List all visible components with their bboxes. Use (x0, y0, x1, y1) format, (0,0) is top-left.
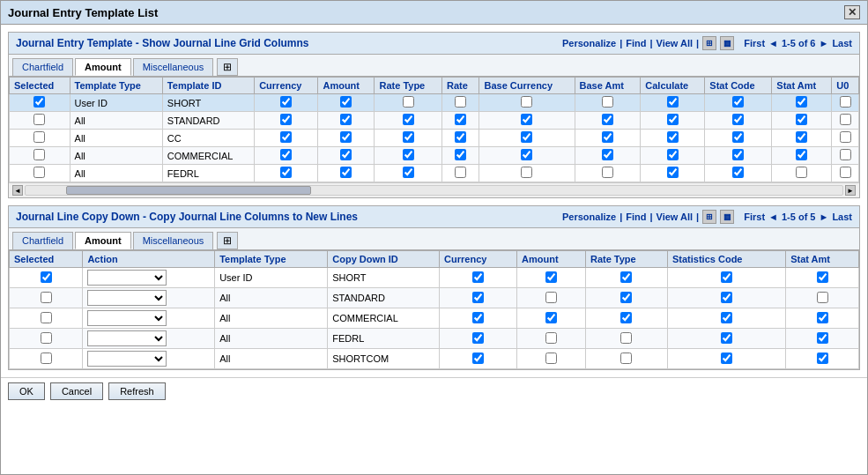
cell-base_currency[interactable] (479, 130, 575, 147)
cell-rate[interactable] (441, 147, 479, 165)
cell-base_amt[interactable] (575, 165, 641, 182)
cell-stat_code[interactable] (705, 130, 772, 147)
cell-currency[interactable] (440, 308, 517, 329)
cell-rate_type[interactable] (585, 288, 667, 308)
cell-stat_amt[interactable] (786, 288, 859, 308)
cell-action[interactable] (83, 329, 215, 349)
cell-calculate[interactable] (641, 165, 705, 182)
cell-amount[interactable] (517, 268, 586, 288)
cell-currency[interactable] (440, 349, 517, 369)
section2-nav-icon1[interactable]: ⊞ (702, 210, 716, 224)
section1-nav-icon1[interactable]: ⊞ (702, 36, 716, 50)
section2-tab-icon[interactable]: ⊞ (217, 232, 238, 249)
cell-selected[interactable] (10, 349, 83, 369)
section2-tab-amount[interactable]: Amount (75, 232, 131, 249)
cell-amount[interactable] (318, 94, 375, 112)
cell-base_currency[interactable] (479, 94, 575, 112)
cell-rate_type[interactable] (585, 268, 667, 288)
cell-rate_type[interactable] (375, 112, 442, 130)
cell-base_amt[interactable] (575, 112, 641, 130)
cell-rate[interactable] (441, 94, 479, 112)
cell-statistics_code[interactable] (668, 329, 786, 349)
cell-amount[interactable] (318, 165, 375, 182)
cell-selected[interactable] (10, 130, 70, 147)
cell-rate_type[interactable] (375, 147, 442, 165)
cell-action[interactable] (83, 308, 215, 329)
cell-selected[interactable] (10, 165, 70, 182)
cell-selected[interactable] (10, 308, 83, 329)
cell-selected[interactable] (10, 147, 70, 165)
section1-prev-icon[interactable]: ◄ (768, 38, 778, 48)
cell-currency[interactable] (255, 165, 318, 182)
cell-stat_amt[interactable] (786, 308, 859, 329)
section2-personalize-link[interactable]: Personalize (562, 212, 616, 222)
cell-currency[interactable] (440, 268, 517, 288)
cell-selected[interactable] (10, 112, 70, 130)
cell-action[interactable] (83, 268, 215, 288)
cell-base_amt[interactable] (575, 130, 641, 147)
cell-currency[interactable] (440, 329, 517, 349)
cell-rate_type[interactable] (375, 130, 442, 147)
cell-currency[interactable] (255, 147, 318, 165)
cell-stat_amt[interactable] (786, 329, 859, 349)
section1-personalize-link[interactable]: Personalize (562, 38, 616, 48)
section1-tab-amount[interactable]: Amount (75, 58, 131, 76)
cell-amount[interactable] (318, 147, 375, 165)
cell-rate_type[interactable] (375, 94, 442, 112)
cell-stat_code[interactable] (705, 165, 772, 182)
cell-stat_code[interactable] (705, 94, 772, 112)
cell-stat_amt[interactable] (772, 130, 832, 147)
section1-tab-chartfield[interactable]: Chartfield (12, 58, 73, 76)
section1-scroll-left[interactable]: ◄ (12, 185, 23, 196)
cell-uo[interactable] (832, 147, 859, 165)
cell-stat_amt[interactable] (772, 112, 832, 130)
section1-viewall-link[interactable]: View All (657, 38, 694, 48)
cell-uo[interactable] (832, 130, 859, 147)
section1-nav-icon2[interactable]: ▦ (720, 36, 734, 50)
cell-currency[interactable] (440, 288, 517, 308)
section1-first[interactable]: First (744, 38, 765, 48)
action-select[interactable] (87, 330, 167, 346)
cell-rate[interactable] (441, 112, 479, 130)
cell-selected[interactable] (10, 268, 83, 288)
cell-base_currency[interactable] (479, 165, 575, 182)
section1-tab-miscellaneous[interactable]: Miscellaneous (133, 58, 214, 76)
cell-action[interactable] (83, 349, 215, 369)
cell-base_currency[interactable] (479, 147, 575, 165)
cell-statistics_code[interactable] (668, 268, 786, 288)
cell-stat_amt[interactable] (786, 268, 859, 288)
cell-uo[interactable] (832, 165, 859, 182)
refresh-button[interactable]: Refresh (108, 382, 166, 400)
cell-calculate[interactable] (641, 130, 705, 147)
cell-action[interactable] (83, 288, 215, 308)
cell-rate_type[interactable] (585, 329, 667, 349)
section1-next-icon[interactable]: ► (819, 38, 828, 48)
cell-statistics_code[interactable] (668, 308, 786, 329)
cell-rate[interactable] (441, 165, 479, 182)
cell-stat_code[interactable] (705, 147, 772, 165)
cell-stat_amt[interactable] (772, 147, 832, 165)
section1-tab-icon[interactable]: ⊞ (217, 58, 238, 76)
section2-first[interactable]: First (744, 212, 765, 222)
cell-rate_type[interactable] (585, 349, 667, 369)
cell-selected[interactable] (10, 94, 70, 112)
cell-calculate[interactable] (641, 112, 705, 130)
section2-find-link[interactable]: Find (626, 212, 646, 222)
section1-scroll-right[interactable]: ► (845, 185, 856, 196)
cancel-button[interactable]: Cancel (50, 382, 103, 400)
cell-stat_amt[interactable] (786, 349, 859, 369)
section1-hscrollbar[interactable] (25, 185, 843, 196)
cell-amount[interactable] (517, 349, 586, 369)
cell-base_amt[interactable] (575, 147, 641, 165)
cell-amount[interactable] (517, 308, 586, 329)
cell-currency[interactable] (255, 94, 318, 112)
section2-viewall-link[interactable]: View All (657, 212, 694, 222)
section1-last[interactable]: Last (832, 38, 852, 48)
ok-button[interactable]: OK (8, 382, 45, 400)
section1-find-link[interactable]: Find (626, 38, 646, 48)
cell-amount[interactable] (318, 112, 375, 130)
cell-statistics_code[interactable] (668, 349, 786, 369)
cell-currency[interactable] (255, 130, 318, 147)
cell-currency[interactable] (255, 112, 318, 130)
cell-rate[interactable] (441, 130, 479, 147)
